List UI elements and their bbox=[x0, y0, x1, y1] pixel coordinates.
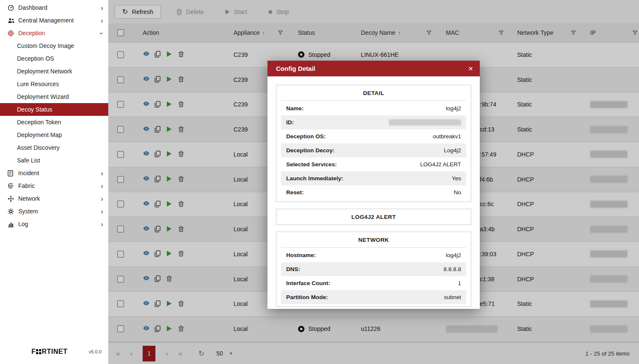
detail-row: ID: bbox=[281, 115, 466, 129]
detail-label: Partition Mode: bbox=[286, 294, 328, 300]
detail-row: Reset:No bbox=[281, 185, 466, 199]
sidebar-item-dashboard[interactable]: Dashboard› bbox=[0, 1, 108, 14]
detail-value: log4j2 bbox=[446, 252, 461, 258]
logo-letter-f: F bbox=[31, 348, 36, 356]
detail-label: Name: bbox=[286, 105, 304, 112]
close-icon[interactable]: × bbox=[468, 64, 473, 73]
detail-label: Interface Count: bbox=[286, 280, 330, 286]
modal-body: DETAILName:log4j2ID:Deception OS:outbrea… bbox=[267, 76, 480, 309]
sidebar: Dashboard›Central Management›Deception›C… bbox=[0, 0, 108, 364]
section-rows: Name:log4j2ID:Deception OS:outbreakv1Dec… bbox=[276, 101, 471, 202]
fabric-icon bbox=[8, 183, 18, 189]
detail-label: Deception Decoy: bbox=[286, 147, 335, 154]
sidebar-item-label: Incident bbox=[18, 170, 101, 176]
sidebar-item-log[interactable]: Log› bbox=[0, 218, 108, 230]
incident-icon bbox=[8, 170, 18, 176]
sidebar-item-system[interactable]: System› bbox=[0, 205, 108, 218]
system-icon bbox=[8, 208, 18, 215]
fortinet-logo: F RTINET bbox=[31, 348, 68, 356]
logo-grid-icon bbox=[36, 349, 41, 354]
chevron-right-icon: › bbox=[101, 4, 103, 11]
detail-value: LOG4J2 ALERT bbox=[420, 161, 461, 168]
section-title: NETWORK bbox=[281, 232, 466, 248]
sidebar-item-network[interactable]: Network› bbox=[0, 192, 108, 205]
detail-row: DNS:8.8.8.8 bbox=[281, 262, 466, 276]
config-detail-modal: Config Detail × DETAILName:log4j2ID:Dece… bbox=[267, 61, 480, 309]
modal-section-log4j2-alert: LOG4J2 ALERT bbox=[276, 209, 471, 225]
detail-value: log4j2 bbox=[446, 105, 461, 112]
chevron-right-icon: › bbox=[101, 221, 103, 228]
chevron-right-icon: › bbox=[101, 208, 103, 215]
detail-value: Yes bbox=[452, 175, 461, 182]
modal-section-network: NETWORKHostname:log4j2DNS:8.8.8.8Interfa… bbox=[276, 232, 471, 307]
detail-row: Hostname:log4j2 bbox=[281, 248, 466, 262]
sidebar-item-deception[interactable]: Deception› bbox=[0, 27, 108, 39]
detail-label: ID: bbox=[286, 119, 294, 126]
dashboard-icon bbox=[8, 5, 18, 11]
detail-value: subnet bbox=[444, 294, 461, 300]
modal-section-detail: DETAILName:log4j2ID:Deception OS:outbrea… bbox=[276, 85, 471, 202]
detail-row: Selected Services:LOG4J2 ALERT bbox=[281, 157, 466, 171]
log-icon bbox=[8, 221, 18, 227]
sidebar-item-incident[interactable]: Incident› bbox=[0, 167, 108, 179]
sidebar-item-label: Log bbox=[18, 221, 101, 227]
app-window: Dashboard›Central Management›Deception›C… bbox=[0, 0, 639, 364]
sidebar-subitem-safe-list[interactable]: Safe List bbox=[0, 154, 108, 167]
sidebar-item-label: Dashboard bbox=[18, 4, 101, 11]
sidebar-subitem-decoy-status[interactable]: Decoy Status bbox=[0, 103, 108, 116]
chevron-right-icon: › bbox=[101, 170, 103, 177]
sidebar-subitem-deployment-network[interactable]: Deployment Network bbox=[0, 65, 108, 78]
sidebar-subitem-lure-resources[interactable]: Lure Resources bbox=[0, 78, 108, 90]
chevron-down-icon: › bbox=[99, 32, 106, 34]
section-rows: Hostname:log4j2DNS:8.8.8.8Interface Coun… bbox=[276, 248, 471, 306]
sidebar-footer: F RTINET v5.0.0 bbox=[0, 344, 108, 364]
sidebar-item-central-management[interactable]: Central Management› bbox=[0, 14, 108, 27]
sidebar-subitem-deployment-wizard[interactable]: Deployment Wizard bbox=[0, 90, 108, 103]
deception-icon bbox=[8, 30, 18, 36]
sidebar-menu: Dashboard›Central Management›Deception›C… bbox=[0, 0, 108, 344]
detail-row: Partition Mode:subnet bbox=[281, 290, 466, 304]
sidebar-subitem-deception-token[interactable]: Deception Token bbox=[0, 116, 108, 129]
network-icon bbox=[8, 196, 18, 202]
sidebar-item-label: Fabric bbox=[18, 182, 101, 189]
detail-label: Deception OS: bbox=[286, 133, 326, 140]
users-icon bbox=[8, 18, 18, 23]
modal-title: Config Detail bbox=[276, 65, 315, 72]
sidebar-subitem-deception-os[interactable]: Deception OS bbox=[0, 52, 108, 65]
detail-value: No bbox=[454, 189, 461, 196]
detail-value: outbreakv1 bbox=[433, 133, 461, 140]
sidebar-item-label: System bbox=[18, 208, 101, 215]
detail-label: Hostname: bbox=[286, 252, 316, 258]
detail-row: Deception OS:outbreakv1 bbox=[281, 129, 466, 143]
detail-row: Name:log4j2 bbox=[281, 101, 466, 115]
detail-row: Deception Decoy:Log4j2 bbox=[281, 143, 466, 157]
detail-value: 8.8.8.8 bbox=[444, 266, 461, 272]
section-title: DETAIL bbox=[281, 85, 466, 101]
sidebar-subitem-custom-decoy-image[interactable]: Custom Decoy Image bbox=[0, 39, 108, 52]
chevron-right-icon: › bbox=[101, 17, 103, 24]
section-title: LOG4J2 ALERT bbox=[281, 209, 466, 224]
chevron-right-icon: › bbox=[101, 195, 103, 202]
logo-letters: RTINET bbox=[42, 348, 68, 356]
modal-header: Config Detail × bbox=[267, 61, 480, 76]
detail-value: 1 bbox=[458, 280, 461, 286]
sidebar-subitem-deployment-map[interactable]: Deployment Map bbox=[0, 129, 108, 141]
detail-label: Selected Services: bbox=[286, 161, 337, 168]
sidebar-subitem-asset-discovery[interactable]: Asset Discovery bbox=[0, 141, 108, 154]
sidebar-item-label: Central Management bbox=[18, 17, 101, 24]
detail-value: Log4j2 bbox=[444, 147, 461, 154]
detail-label: Reset: bbox=[286, 189, 304, 196]
chevron-right-icon: › bbox=[101, 182, 103, 190]
detail-label: Launch Immediately: bbox=[286, 175, 343, 182]
version-label: v5.0.0 bbox=[89, 349, 101, 354]
sidebar-item-fabric[interactable]: Fabric› bbox=[0, 179, 108, 192]
detail-row: Interface Count:1 bbox=[281, 276, 466, 290]
redacted-value bbox=[389, 119, 461, 126]
detail-row: Launch Immediately:Yes bbox=[281, 171, 466, 185]
sidebar-item-label: Deception bbox=[18, 30, 101, 36]
detail-label: DNS: bbox=[286, 266, 300, 272]
sidebar-item-label: Network bbox=[18, 195, 101, 202]
